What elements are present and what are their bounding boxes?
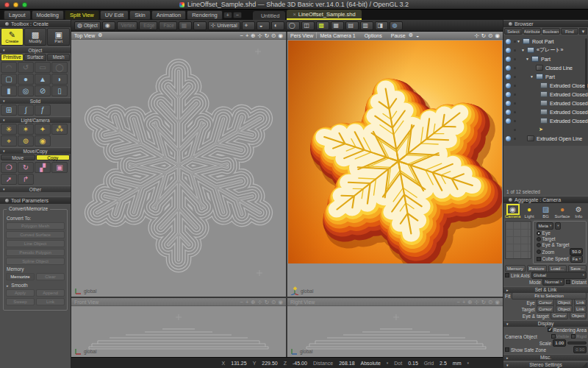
item-label[interactable]: Extruded Closed (550, 118, 588, 124)
render-flag[interactable] (512, 93, 517, 96)
viewport-zoom-icon[interactable]: − (240, 32, 243, 39)
viewport-zoom-icon[interactable]: + (245, 299, 248, 305)
display-section-bar[interactable]: ▾Display (503, 320, 588, 327)
browser-tab[interactable]: Attributes (523, 28, 542, 35)
expand-arrow-icon[interactable]: ▼ (521, 48, 526, 52)
viewport-title[interactable]: Right View (290, 300, 315, 305)
toolbar-button[interactable]: ◨ (375, 21, 388, 30)
radio-button[interactable] (537, 237, 541, 241)
tool-parameters-header[interactable]: Tool Parameters (0, 197, 71, 204)
viewport-pers[interactable]: Pers View Meta Camera 1 Options Pause ⚙ … (287, 32, 503, 297)
item-label[interactable]: Closed Line (545, 66, 573, 71)
option-checkbox[interactable] (551, 334, 556, 339)
primitive-tool-icon[interactable]: ↺ (18, 62, 34, 73)
radio-button[interactable] (537, 250, 541, 254)
minimize-window-button[interactable] (13, 2, 18, 7)
pers-view-header[interactable]: Pers View Meta Camera 1 Options Pause ⚙ … (287, 32, 503, 40)
viewport-title[interactable]: Front View (74, 300, 98, 305)
viewport-zoom-icon[interactable]: ◉ (495, 32, 500, 39)
toolbar-button[interactable]: ▦ (179, 21, 192, 30)
filter-funnel-icon[interactable]: ▼ (579, 28, 587, 35)
zoom-radio-row[interactable]: Zoom 50.0 (535, 249, 584, 255)
toolbox-mode-button[interactable]: ▣ Part (47, 28, 70, 46)
primitive-tool-icon[interactable]: ◠ (1, 62, 17, 73)
show-safe-zone-checkbox[interactable] (505, 347, 509, 352)
viewport-zoom-icon[interactable]: ↻ (481, 299, 486, 305)
toolbar-button[interactable]: ◍ Object (74, 21, 101, 30)
viewport-settings-gear-icon[interactable]: ⚙ (409, 32, 413, 38)
document-tab[interactable]: Untitled (253, 11, 285, 20)
viewport-title[interactable]: Pers View (290, 33, 313, 38)
viewport-zoom-icon[interactable]: ⊹ (475, 299, 479, 305)
option-checkbox[interactable] (571, 334, 576, 339)
set-link-section-bar[interactable]: ▸Set & Link (503, 286, 588, 293)
convert-button[interactable]: Line Object (6, 240, 65, 247)
move-copy-tool-icon[interactable]: ❍ (1, 162, 17, 173)
viewport-top[interactable]: Top View ⚙ −+⊕⊹↻⊙◉ (71, 32, 286, 297)
safe-zone-field[interactable]: 0.90 (573, 346, 587, 353)
browser-header[interactable]: Browser (503, 20, 588, 27)
viewport-zoom-icon[interactable]: ⊙ (488, 32, 492, 39)
browser-tab[interactable]: Select (504, 28, 523, 35)
aggregate-tab[interactable]: ⚙ Info (571, 205, 587, 219)
solid-tool-icon[interactable]: ƒ (35, 105, 51, 116)
aggregate-tab[interactable]: ● Light (521, 205, 537, 219)
visibility-toggle[interactable] (506, 101, 511, 106)
camera-selector[interactable]: Meta Camera 1 (320, 33, 355, 38)
front-view-wireframe[interactable] (71, 307, 285, 357)
move-copy-tool-icon[interactable]: ▞ (35, 162, 51, 173)
tree-row[interactable]: Extruded Closed (503, 90, 588, 99)
move-copy-tool-icon[interactable]: ➚ (1, 174, 17, 185)
camera-radio-row[interactable]: Eye & Target (535, 242, 584, 248)
toolbar-button[interactable]: ◍ (390, 21, 403, 30)
cube-speed-checkbox[interactable] (537, 257, 541, 261)
tree-row[interactable]: ▼ Part (503, 72, 588, 81)
top-view-header[interactable]: Top View ⚙ −+⊕⊹↻⊙◉ (71, 32, 286, 40)
browser-tab[interactable]: Find (561, 28, 579, 35)
workspace-tab[interactable]: Layout (4, 10, 31, 20)
tree-row[interactable]: ▼ Part (503, 54, 588, 63)
expand-arrow-icon[interactable]: ▼ (530, 74, 534, 79)
smooth-button[interactable]: Append (36, 289, 65, 297)
move-copy-tool-icon[interactable]: ↱ (18, 174, 34, 185)
item-label[interactable]: «プレート» (537, 46, 563, 54)
radio-button[interactable] (537, 231, 541, 236)
viewport-zoom-icon[interactable]: + (245, 32, 248, 39)
item-label[interactable]: Root Part (532, 39, 554, 44)
toolbar-button[interactable]: Vertex (117, 21, 137, 30)
toolbox-header[interactable]: Toolbox : Create (0, 20, 71, 27)
viewport-zoom-icon[interactable]: ⊹ (258, 299, 262, 305)
viewport-front[interactable]: Front View −+⊕⊹↻⊙◉ global (71, 298, 286, 357)
aggregate-tab[interactable]: ● Surface (554, 205, 570, 219)
aggregate-header[interactable]: Aggregate : Camera (503, 196, 588, 203)
rendered-preview[interactable] (288, 40, 502, 263)
toolbar-button[interactable]: ⊹ Universal (208, 21, 240, 30)
camera-object-option[interactable]: Visible (551, 334, 570, 339)
tree-row[interactable]: Extruded Closed (503, 81, 588, 90)
render-flag[interactable] (512, 102, 517, 105)
scale-field-2[interactable] (567, 342, 587, 344)
viewport-zoom-icon[interactable]: + (462, 299, 465, 305)
light-camera-tool-icon[interactable]: ✶ (18, 124, 34, 135)
object-type-tab[interactable]: Surface (24, 54, 47, 61)
browser-tab[interactable]: Boolean (542, 28, 560, 35)
expand-arrow-icon[interactable]: ▼ (526, 57, 530, 61)
viewport-zoom-icon[interactable]: ⊹ (475, 32, 479, 39)
zoom-value-field[interactable]: 50.0 (570, 248, 583, 255)
workspace-tab[interactable]: Modeling (32, 10, 64, 20)
smooth-button[interactable]: Link (36, 298, 65, 305)
toolbar-button[interactable]: ⌖ (242, 21, 255, 30)
toolbar-button[interactable]: ▤ (345, 21, 359, 30)
primitive-tool-icon[interactable]: ◗ (51, 74, 68, 85)
toolbar-button[interactable]: ◫ (301, 21, 315, 30)
viewport-zoom-icon[interactable]: ⊙ (488, 299, 492, 305)
viewport-zoom-icon[interactable]: ⊕ (467, 299, 472, 305)
tree-row[interactable]: ▼ Root Part (503, 37, 588, 46)
primitive-tool-icon[interactable]: ⊘ (35, 85, 51, 96)
viewport-zoom-icon[interactable]: ⊙ (271, 32, 276, 39)
camera-radio-row[interactable]: Target (535, 236, 584, 242)
stereo-settings-section-bar[interactable]: ▾Stereo Settings (503, 361, 588, 368)
convert-button[interactable]: Curved Surface (6, 231, 65, 238)
primitive-tool-icon[interactable]: ◯ (51, 62, 68, 73)
render-flag[interactable] (512, 85, 517, 87)
